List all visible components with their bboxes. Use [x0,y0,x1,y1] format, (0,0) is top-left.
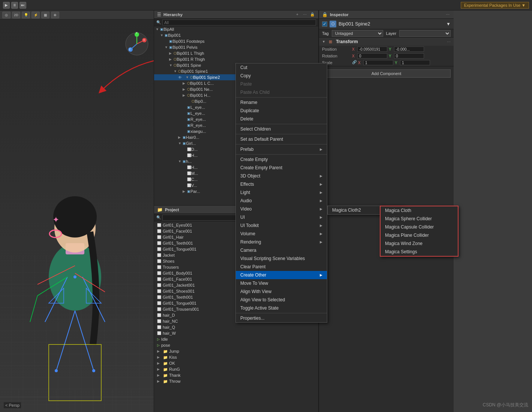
scale-x-input[interactable] [363,60,393,65]
svg-text:Y: Y [136,32,138,34]
component-header[interactable]: ▼ ⊞ Transform ⋯ [319,38,454,46]
ctx-properties[interactable]: Properties... [236,314,327,322]
item-label: Bip0... [195,99,206,104]
scene-fx-btn[interactable]: ⚡ [31,12,40,18]
submenu-item-magica-cloth[interactable]: Magica Cloth [381,206,458,215]
list-item[interactable]: ▶📁OK [154,360,318,366]
ctx-align-with-view[interactable]: Align With View [236,287,327,296]
ctx-create-empty-parent[interactable]: Create Empty Parent [236,164,327,172]
submenu-item-magica-wind-zone[interactable]: Magica Wind Zone [381,239,458,248]
pos-y-input[interactable] [394,47,424,52]
ctx-light[interactable]: Light▶ [236,188,327,197]
expand-arrow: ▶ [157,361,162,365]
item-label: Bip001 Spine2 [193,75,220,80]
ctx-select-children[interactable]: Select Children [236,125,327,133]
list-item[interactable]: ▣ Bip001 Footsteps [154,38,318,44]
ctx-visual-scripting[interactable]: Visual Scripting Scene Variables [236,254,327,263]
add-component-button[interactable]: Add Component [322,69,451,78]
layer-select[interactable] [399,30,451,37]
scene-toolbar: ◎ 2D 💡 ⚡ ▦ ⊕ [0,11,154,20]
tag-select[interactable]: Untagged [332,30,383,37]
list-item[interactable]: ▶ ⬡ Bip001 R Thigh [154,56,318,62]
rot-y-input[interactable] [394,53,424,59]
scene-gizmo-btn[interactable]: ⊕ [51,12,59,18]
expand-arrow: ▼ [178,159,183,163]
ctx-camera[interactable]: Camera [236,246,327,254]
submenu-item-magica-plane-collider[interactable]: Magica Plane Collider [381,231,458,239]
list-item[interactable]: ▼ ▣ BipAll [154,26,318,32]
obj-icon: ▣ [187,117,190,121]
submenu-item-magica-sphere-collider[interactable]: Magica Sphere Collider [381,215,458,223]
list-item[interactable]: ▷Idle [154,336,318,342]
obj-active-checkbox[interactable]: ✓ [322,21,327,27]
hierarchy-menu-btn[interactable]: ⋯ [302,12,308,18]
ctx-create-other[interactable]: Create Other▶ [236,271,327,279]
ctx-rename[interactable]: Rename [236,98,327,107]
hierarchy-add-btn[interactable]: + [294,12,300,18]
ctx-rendering[interactable]: Rendering▶ [236,238,327,246]
scene-cam-btn[interactable]: ▦ [41,12,49,18]
list-item[interactable]: ▼ ▣ Bip001 Pelvis [154,44,318,50]
list-item[interactable]: ▶📁Jump [154,348,318,354]
annotation-arrow [94,57,154,102]
component-menu-btn[interactable]: ⋯ [447,40,451,44]
ctx-ui[interactable]: UI▶ [236,213,327,221]
ctx-toggle-active-state[interactable]: Toggle Active State [236,304,327,312]
ctx-move-to-view[interactable]: Move To View [236,279,327,287]
ctx-audio[interactable]: Audio▶ [236,197,327,205]
ctx-prefab[interactable]: Prefab▶ [236,145,327,153]
ctx-effects[interactable]: Effects▶ [236,180,327,188]
ctx-sep-1 [236,97,327,98]
obj-static-dropdown[interactable]: ▼ [446,21,451,27]
ctx-clear-parent[interactable]: Clear Parent [236,263,327,271]
hierarchy-header: ☰ Hierarchy + ⋯ 🔒 [154,11,318,19]
item-label: Kiss [169,355,177,359]
list-item[interactable]: ▶ ⬡ Bip001 L Thigh [154,50,318,56]
hierarchy-search-input[interactable] [162,20,316,26]
ctx-ui-toolkit[interactable]: UI Toolkit▶ [236,221,327,230]
mesh-icon: ⬜ [187,183,191,187]
rot-x-input[interactable] [357,53,387,59]
step-button[interactable]: ⏭ [19,2,26,9]
hierarchy-lock-btn[interactable]: 🔒 [309,12,315,18]
obj-icon: ▣ [160,27,163,31]
mesh-icon: ⬜ [157,301,161,305]
scene-2d-btn[interactable]: 2D [12,12,20,18]
list-item[interactable]: ▶📁Kiss [154,354,318,360]
list-item[interactable]: ▼ ▣ Bip001 [154,32,318,38]
submenu-item-magica-settings[interactable]: Magica Settings [381,248,458,256]
ctx-delete[interactable]: Delete [236,115,327,123]
list-item[interactable]: ⬜hair_Q [154,324,318,330]
ctx-cut[interactable]: Cut [236,63,327,72]
pos-x-input[interactable] [357,47,387,52]
ctx-label: Paste As Child [240,90,270,95]
list-item[interactable]: ▶📁Throw [154,378,318,384]
scene-light-btn[interactable]: 💡 [22,12,30,18]
inspector-menu-btn[interactable]: ⋯ [445,12,451,18]
list-item[interactable]: ▶📁Thank [154,372,318,378]
ctx-copy[interactable]: Copy [236,72,327,80]
ctx-set-default-parent[interactable]: Set as Default Parent [236,135,327,143]
submenu-item-magica-capsule-collider[interactable]: Magica Capsule Collider [381,223,458,231]
pause-button[interactable]: ⏸ [11,2,18,9]
list-item[interactable]: ⬜hair_W [154,330,318,336]
scale-y-input[interactable] [400,60,430,65]
play-button[interactable]: ▶ [3,2,10,9]
item-label: pose [161,343,170,347]
scene-shading-btn[interactable]: ◎ [2,12,10,18]
ctx-duplicate[interactable]: Duplicate [236,107,327,115]
experimental-packages-button[interactable]: Experimental Packages In Use ▼ [461,2,529,9]
ctx-volume[interactable]: Volume▶ [236,230,327,238]
mesh-icon: ⬜ [157,259,161,263]
list-item[interactable]: ▷pose [154,342,318,348]
item-label: Hair0... [186,135,199,140]
ctx-create-empty[interactable]: Create Empty [236,155,327,164]
item-label: C... [191,177,198,182]
ctx-video[interactable]: Video▶ [236,205,327,213]
ctx-align-view-to-selected[interactable]: Align View to Selected [236,296,327,304]
list-item[interactable]: ▶📁RunG [154,366,318,372]
expand-arrow: ▶ [157,367,162,371]
submenu-arrow: ▶ [320,273,322,277]
ctx-3d-object[interactable]: 3D Object▶ [236,172,327,180]
lock-icon[interactable]: 🔒 [322,12,328,17]
